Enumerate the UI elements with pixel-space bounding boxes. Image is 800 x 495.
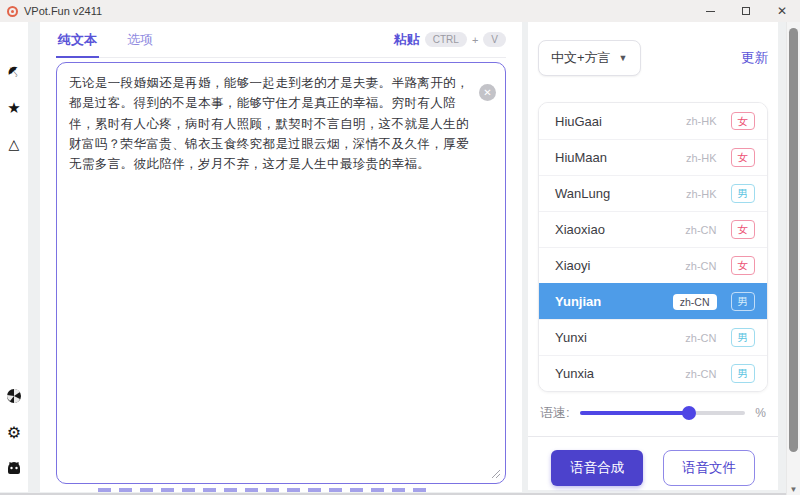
voice-locale-badge: zh-CN [685, 224, 716, 236]
minimize-icon [706, 11, 715, 12]
editor-panel: 纯文本 选项 粘贴 CTRL + V 无论是一段婚姻还是再婚，能够一起走到老的才… [40, 22, 522, 492]
speed-unit: % [755, 406, 766, 420]
tab-plain-text[interactable]: 纯文本 [56, 22, 99, 57]
scrollbar-thumb[interactable] [789, 28, 798, 452]
voice-name: HiuGaai [555, 114, 686, 129]
voice-row-hiumaan[interactable]: HiuMaanzh-HK女 [539, 139, 767, 175]
star-icon[interactable]: ★ [4, 98, 24, 118]
kbd-plus: + [472, 34, 478, 46]
synthesize-button[interactable]: 语音合成 [551, 450, 643, 486]
voice-row-wanlung[interactable]: WanLungzh-HK男 [539, 175, 767, 211]
speed-row: 语速: % [538, 404, 768, 422]
language-filter-select[interactable]: 中文+方言 ▼ [538, 40, 641, 76]
voice-gender-badge: 男 [731, 364, 756, 383]
voice-row-yunjian[interactable]: Yunjianzh-CN男 [539, 283, 767, 319]
maximize-button[interactable] [728, 0, 764, 22]
paste-button[interactable]: 粘贴 [394, 31, 420, 49]
voice-gender-badge: 女 [731, 256, 756, 275]
voice-name: HiuMaan [555, 150, 686, 165]
voice-row-xiaoyi[interactable]: Xiaoyizh-CN女 [539, 247, 767, 283]
voices-panel: 中文+方言 ▼ 更新 HiuGaaizh-HK女HiuMaanzh-HK女Wan… [528, 22, 778, 490]
window-controls: ✕ [692, 0, 800, 22]
voice-row-hiugaai[interactable]: HiuGaaizh-HK女 [539, 103, 767, 139]
voice-row-yunxi[interactable]: Yunxizh-CN男 [539, 319, 767, 355]
voice-row-yunxia[interactable]: Yunxiazh-CN男 [539, 355, 767, 391]
voice-locale-badge: zh-CN [685, 368, 716, 380]
app-logo-icon [7, 6, 18, 17]
umbrella-icon[interactable]: ☂ [0, 58, 28, 86]
paste-group: 粘贴 CTRL + V [394, 31, 506, 49]
tabbar: 纯文本 选项 粘贴 CTRL + V [56, 22, 506, 58]
action-row: 语音合成 语音文件 [538, 450, 768, 486]
voice-locale-badge: zh-HK [686, 152, 717, 164]
tab-options[interactable]: 选项 [125, 22, 155, 57]
voice-name: Yunjian [555, 294, 673, 309]
panel-divider [528, 436, 778, 437]
kbd-v: V [483, 32, 506, 47]
triangle-icon[interactable]: △ [4, 134, 24, 154]
window-title: VPot.Fun v2411 [24, 5, 102, 17]
close-button[interactable]: ✕ [764, 0, 800, 22]
voice-row-xiaoxiao[interactable]: Xiaoxiaozh-CN女 [539, 211, 767, 247]
maximize-icon [742, 7, 750, 15]
language-filter-value: 中文+方言 [551, 49, 611, 67]
chevron-down-icon: ▼ [619, 53, 628, 63]
voice-name: Xiaoxiao [555, 222, 685, 237]
voice-name: Xiaoyi [555, 258, 685, 273]
slider-fill [580, 411, 689, 415]
voice-locale-badge: zh-CN [685, 332, 716, 344]
voice-locale-badge: zh-CN [685, 260, 716, 272]
voice-gender-badge: 男 [731, 292, 756, 311]
text-input[interactable]: 无论是一段婚姻还是再婚，能够一起走到老的才是夫妻。半路离开的，都是过客。得到的不… [56, 62, 506, 484]
voices-panel-header: 中文+方言 ▼ 更新 [538, 40, 768, 76]
titlebar: VPot.Fun v2411 ✕ [0, 0, 800, 22]
voice-locale-badge: zh-HK [686, 115, 717, 127]
minimize-button[interactable] [692, 0, 728, 22]
voice-locale-badge: zh-HK [686, 188, 717, 200]
speed-label: 语速: [540, 404, 570, 422]
voice-gender-badge: 男 [731, 184, 756, 203]
voice-gender-badge: 女 [731, 112, 756, 131]
audio-file-button[interactable]: 语音文件 [663, 450, 755, 486]
voice-name: Yunxi [555, 330, 685, 345]
cutoff-text-strip [98, 488, 428, 492]
slider-track[interactable] [580, 411, 746, 415]
voice-locale-badge: zh-CN [673, 294, 717, 310]
robot-icon[interactable] [4, 458, 24, 478]
update-link[interactable]: 更新 [741, 49, 768, 67]
voice-gender-badge: 女 [731, 148, 756, 167]
clear-text-icon[interactable]: ✕ [479, 84, 496, 101]
voice-list: HiuGaaizh-HK女HiuMaanzh-HK女WanLungzh-HK男X… [538, 102, 768, 392]
gear-icon[interactable]: ⚙ [4, 422, 24, 442]
speed-slider[interactable] [580, 406, 746, 420]
voice-gender-badge: 男 [731, 328, 756, 347]
side-toolbar: ☂ ★ △ ⚙ [0, 22, 28, 492]
scrollbar-down-icon[interactable]: ▼ [787, 485, 800, 494]
window-scrollbar[interactable]: ▼ [786, 22, 800, 495]
voice-name: Yunxia [555, 366, 685, 381]
close-icon: ✕ [777, 5, 787, 17]
voice-name: WanLung [555, 186, 686, 201]
text-input-wrap: 无论是一段婚姻还是再婚，能够一起走到老的才是夫妻。半路离开的，都是过客。得到的不… [56, 62, 506, 484]
aperture-icon[interactable] [4, 386, 24, 406]
voice-gender-badge: 女 [731, 220, 756, 239]
slider-thumb[interactable] [682, 406, 696, 420]
kbd-ctrl: CTRL [425, 32, 467, 47]
